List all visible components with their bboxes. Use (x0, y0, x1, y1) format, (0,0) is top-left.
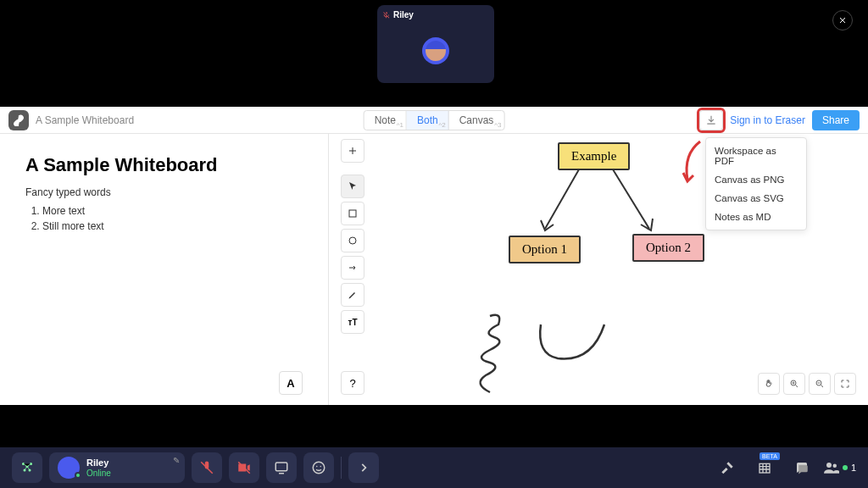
tab-note[interactable]: Note^1 (364, 111, 407, 130)
svg-point-10 (313, 462, 325, 474)
beta-badge: BETA (760, 452, 780, 460)
svg-rect-13 (760, 463, 770, 473)
export-menu: Workspace as PDF Canvas as PNG Canvas as… (705, 137, 807, 230)
meeting-bar: Riley Online ✎ BETA 1 (0, 447, 868, 488)
select-tool[interactable] (341, 175, 364, 198)
notes-title[interactable]: A Sample Whiteboard (25, 154, 303, 176)
mute-button[interactable] (192, 452, 222, 483)
circle-tool[interactable] (341, 229, 364, 252)
tab-canvas[interactable]: Canvas^3 (449, 111, 504, 130)
pan-button[interactable] (758, 373, 780, 395)
pencil-icon (348, 290, 358, 300)
participants-button[interactable]: 1 (824, 462, 856, 474)
freehand-drawing[interactable] (465, 312, 617, 405)
export-svg[interactable]: Canvas as SVG (706, 189, 806, 208)
rectangle-tool[interactable] (341, 202, 364, 225)
chat-button[interactable] (787, 452, 817, 483)
square-icon (348, 208, 358, 219)
user-name: Riley (86, 458, 111, 468)
avatar (422, 37, 449, 64)
hand-icon (764, 379, 774, 389)
arrow-tool[interactable] (341, 256, 364, 280)
edit-icon[interactable]: ✎ (173, 456, 180, 465)
share-button[interactable]: Share (812, 110, 860, 130)
highlight-annotation (697, 108, 726, 133)
circle-icon (348, 236, 358, 246)
annotation-arrow (675, 137, 709, 188)
expand-button[interactable] (348, 452, 379, 483)
document-title[interactable]: A Sample Whiteboard (36, 114, 134, 126)
apps-icon (19, 460, 35, 475)
export-pdf[interactable]: Workspace as PDF (706, 141, 806, 170)
diagram-node-option2[interactable]: Option 2 (632, 234, 704, 262)
zoom-out-icon (815, 379, 825, 389)
user-pill[interactable]: Riley Online ✎ (49, 452, 185, 483)
emoji-button[interactable] (303, 452, 334, 483)
view-switcher: Note^1 Both^2 Canvas^3 (364, 110, 505, 130)
screen-icon (274, 460, 289, 475)
close-button[interactable] (832, 10, 853, 30)
svg-rect-9 (275, 463, 287, 471)
calendar-icon (758, 461, 771, 474)
mic-muted-icon (382, 11, 391, 19)
export-md[interactable]: Notes as MD (706, 208, 806, 226)
canvas-toolbar: тT (341, 139, 364, 334)
hammer-icon (721, 461, 734, 474)
participant-name: Riley (393, 10, 414, 19)
notes-list[interactable]: More text Still more text (25, 205, 303, 232)
svg-point-15 (832, 464, 837, 469)
app-header: A Sample Whiteboard Note^1 Both^2 Canvas… (0, 107, 868, 134)
svg-point-14 (826, 463, 832, 468)
arrow-icon (348, 263, 358, 273)
zoom-in-icon (789, 379, 799, 389)
calendar-button[interactable]: BETA (749, 452, 780, 483)
notes-panel: A Sample Whiteboard Fancy typed words Mo… (0, 134, 329, 405)
app-logo[interactable] (8, 110, 29, 130)
people-icon (824, 462, 839, 474)
zoom-in-button[interactable] (783, 373, 805, 395)
fullscreen-icon (840, 379, 850, 389)
svg-point-11 (316, 466, 318, 468)
export-png[interactable]: Canvas as PNG (706, 170, 806, 189)
zoom-out-button[interactable] (809, 373, 831, 395)
diagram-node-example[interactable]: Example (558, 142, 630, 170)
pen-tool[interactable] (341, 283, 364, 307)
tools-button[interactable] (712, 452, 743, 483)
participant-tile[interactable]: Riley (377, 5, 494, 83)
diagram-arrow[interactable] (532, 169, 600, 236)
add-tool[interactable] (341, 139, 364, 163)
diagram-arrow[interactable] (600, 169, 668, 236)
link-icon (13, 114, 25, 126)
plus-icon (348, 146, 358, 156)
help-button[interactable]: ? (341, 371, 364, 395)
fullscreen-button[interactable] (834, 373, 856, 395)
user-status: Online (86, 469, 111, 478)
smile-icon (311, 460, 326, 475)
text-tool[interactable]: тT (341, 310, 364, 334)
notes-subtitle[interactable]: Fancy typed words (25, 186, 303, 198)
video-button[interactable] (229, 452, 259, 483)
screenshare-button[interactable] (266, 452, 297, 483)
signin-link[interactable]: Sign in to Eraser (730, 114, 805, 126)
text-format-button[interactable]: A (279, 371, 303, 395)
pointer-icon (348, 181, 358, 191)
svg-rect-0 (349, 210, 356, 217)
download-button[interactable] (699, 110, 723, 130)
close-icon (837, 15, 848, 25)
apps-button[interactable] (12, 452, 42, 483)
list-item[interactable]: Still more text (42, 220, 303, 232)
svg-point-12 (320, 466, 322, 468)
avatar (58, 457, 80, 479)
chat-icon (794, 460, 810, 475)
list-item[interactable]: More text (42, 205, 303, 217)
chevron-right-icon (358, 462, 370, 474)
video-off-icon (236, 460, 252, 475)
svg-point-1 (349, 237, 356, 244)
mic-off-icon (199, 460, 214, 475)
tab-both[interactable]: Both^2 (407, 111, 449, 130)
diagram-node-option1[interactable]: Option 1 (509, 236, 581, 263)
